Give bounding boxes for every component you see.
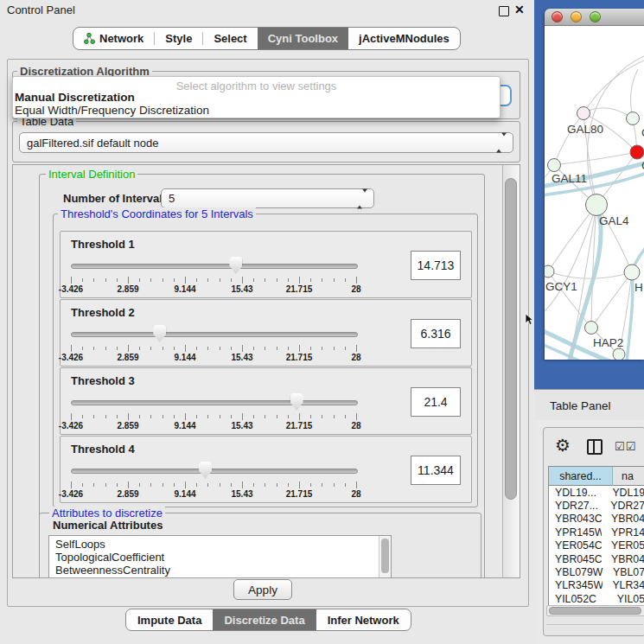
tick-mark xyxy=(93,278,94,282)
tab-discretize-data[interactable]: Discretize Data xyxy=(213,609,316,630)
tick-label: 2.859 xyxy=(117,489,138,499)
tick-mark xyxy=(345,347,346,350)
table-row[interactable]: YPR145WYPR14 xyxy=(549,526,644,539)
number-of-intervals-combobox[interactable]: 5 xyxy=(161,188,374,208)
network-node-gal4[interactable] xyxy=(586,194,608,216)
tab-impute-data[interactable]: Impute Data xyxy=(126,609,213,630)
tick-mark xyxy=(150,415,151,418)
tab-select[interactable]: Select xyxy=(203,28,257,49)
tick-mark xyxy=(105,347,106,350)
threshold-value-field[interactable]: 6.316 xyxy=(411,319,461,348)
tick-mark xyxy=(185,413,186,420)
table-row[interactable]: YDR27...YDR27 xyxy=(549,499,644,512)
tab-jactivemnodules-label: jActiveMNodules xyxy=(359,32,450,45)
tick-label: 9.144 xyxy=(174,421,195,430)
column-header-shared-name[interactable]: shared... xyxy=(549,467,613,486)
cell-shared-name: YBR043C xyxy=(549,513,602,525)
table-row[interactable]: YLR345WYLR34 xyxy=(549,579,644,592)
network-node-h[interactable] xyxy=(624,265,640,280)
apply-button[interactable]: Apply xyxy=(233,579,292,600)
threshold-value-field[interactable]: 21.4 xyxy=(411,387,461,417)
threshold-panel: Threshold 3-3.4262.8599.14415.4321.71528… xyxy=(60,367,472,435)
network-node-gal80[interactable] xyxy=(577,107,590,120)
network-node-c[interactable] xyxy=(630,145,644,159)
numerical-attribute-item[interactable]: BetweennessCentrality xyxy=(49,564,391,577)
cell-shared-name: YDR27... xyxy=(549,500,601,512)
tick-mark xyxy=(139,415,140,418)
network-canvas[interactable]: GAL80GACGAL11GAL4GCY1HHAP2 xyxy=(545,26,644,360)
table-row[interactable]: YBR045CYBR04 xyxy=(549,552,644,565)
network-node-hap2[interactable] xyxy=(585,322,598,335)
threshold-value-field[interactable]: 14.713 xyxy=(411,251,461,280)
gear-icon[interactable]: ⚙ xyxy=(555,437,571,454)
tick-mark xyxy=(163,347,163,350)
column-header-name[interactable]: na xyxy=(613,467,644,486)
cell-name: YBL07 xyxy=(603,566,644,578)
tick-mark xyxy=(265,278,265,282)
tab-infer-network[interactable]: Infer Network xyxy=(316,609,411,630)
panel-title: Control Panel xyxy=(7,3,75,16)
network-node-ga[interactable] xyxy=(627,112,640,125)
horizontal-scrollbar-thumb[interactable] xyxy=(549,607,641,615)
numerical-attribute-item[interactable]: SelfLoops xyxy=(49,538,391,551)
slider-thumb[interactable] xyxy=(199,462,212,479)
network-node-gal11[interactable] xyxy=(548,159,561,172)
threshold-slider[interactable]: -3.4262.8599.14415.4321.71528 xyxy=(71,392,356,432)
tick-mark xyxy=(253,278,254,282)
node-label: HAP2 xyxy=(593,336,623,349)
table-row[interactable]: YDL19...YDL19 xyxy=(549,486,644,499)
float-window-icon[interactable] xyxy=(499,6,509,16)
tick-mark xyxy=(163,483,163,487)
table-row[interactable]: YBR043CYBR04 xyxy=(549,513,644,526)
tick-label: 28 xyxy=(351,421,360,430)
threshold-panel: Threshold 2-3.4262.8599.14415.4321.71528… xyxy=(60,299,472,367)
threshold-slider[interactable]: -3.4262.8599.14415.4321.71528 xyxy=(71,256,356,296)
slider-thumb[interactable] xyxy=(290,393,303,411)
close-icon[interactable]: ✕ xyxy=(514,3,525,16)
tick-mark xyxy=(139,278,140,282)
zoom-traffic-light[interactable] xyxy=(590,11,601,22)
table-row[interactable]: YBL079WYBL07 xyxy=(549,565,644,578)
numerical-attribute-item[interactable]: TopologicalCoefficient xyxy=(49,551,391,564)
tick-mark xyxy=(82,347,83,350)
tab-cyni-toolbox-label: Cyni Toolbox xyxy=(268,32,338,45)
tab-network[interactable]: Network xyxy=(73,28,154,49)
option-equal-width-frequency[interactable]: Equal Width/Frequency Discretization xyxy=(15,104,209,117)
tick-mark xyxy=(356,277,357,284)
option-manual-discretization[interactable]: Manual Discretization xyxy=(15,91,135,104)
threshold-slider[interactable]: -3.4262.8599.14415.4321.71528 xyxy=(71,324,356,364)
node-label: GAL4 xyxy=(599,214,629,227)
horizontal-scrollbar[interactable] xyxy=(546,605,644,616)
list-scrollbar[interactable] xyxy=(379,536,391,578)
slider-thumb[interactable] xyxy=(229,257,242,274)
network-window-titlebar[interactable] xyxy=(545,9,644,26)
network-node-gcy1[interactable] xyxy=(545,265,554,277)
close-traffic-light[interactable] xyxy=(552,11,563,22)
threshold-value-field[interactable]: 11.344 xyxy=(411,456,461,485)
vertical-scrollbar-thumb[interactable] xyxy=(505,178,517,500)
table-row[interactable]: YIL052CYIL05 xyxy=(549,592,644,605)
tick-mark xyxy=(334,347,335,350)
tick-mark xyxy=(117,278,118,282)
tick-label: 21.715 xyxy=(286,489,313,499)
table-data-combobox[interactable]: galFiltered.sif default node xyxy=(19,132,513,153)
tick-mark xyxy=(277,483,277,487)
tab-jactivemnodules[interactable]: jActiveMNodules xyxy=(348,28,460,49)
tab-style[interactable]: Style xyxy=(155,28,202,49)
tick-mark xyxy=(356,413,357,420)
tick-mark xyxy=(310,278,311,282)
tab-cyni-toolbox[interactable]: Cyni Toolbox xyxy=(258,28,348,49)
tab-select-label: Select xyxy=(214,32,246,45)
vertical-scrollbar[interactable] xyxy=(502,165,520,577)
network-node[interactable] xyxy=(613,348,625,360)
split-columns-icon[interactable] xyxy=(587,439,603,455)
tick-mark xyxy=(196,415,197,418)
list-scrollbar-thumb[interactable] xyxy=(381,539,389,573)
minimize-traffic-light[interactable] xyxy=(571,11,582,22)
numerical-attributes-list[interactable]: SelfLoopsTopologicalCoefficientBetweenne… xyxy=(48,535,392,578)
table-row[interactable]: YER054CYER05 xyxy=(549,539,644,552)
slider-thumb[interactable] xyxy=(153,325,166,342)
select-columns-icons[interactable]: ☑☑ xyxy=(615,440,636,453)
threshold-slider[interactable]: -3.4262.8599.14415.4321.71528 xyxy=(71,461,356,501)
tick-mark xyxy=(128,345,129,352)
